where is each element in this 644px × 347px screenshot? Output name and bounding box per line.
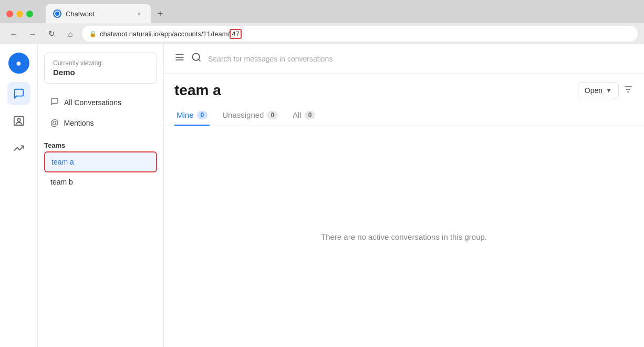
minimize-window-button[interactable]	[16, 11, 23, 17]
url-highlight: 47	[230, 29, 241, 39]
status-dropdown-label: Open	[585, 86, 603, 95]
filter-icon[interactable]	[623, 84, 633, 97]
nav-item-all-conversations[interactable]: All Conversations	[44, 92, 157, 113]
empty-state-message: There are no active conversations in thi…	[321, 232, 487, 241]
back-button[interactable]: ←	[6, 26, 21, 41]
sidebar-item-reports[interactable]	[7, 137, 30, 160]
dropdown-arrow-icon: ▼	[606, 87, 612, 94]
traffic-lights	[6, 11, 33, 17]
team-b-label: team b	[50, 178, 73, 186]
search-placeholder: Search for messages in conversations	[208, 55, 633, 63]
icon-sidebar: ●	[0, 44, 38, 347]
svg-point-1	[17, 118, 20, 121]
url-text: chatwoot.naturali.io/app/accounts/11/tea…	[100, 29, 630, 39]
header-controls: Open ▼	[578, 83, 633, 98]
lock-icon: 🔒	[89, 30, 97, 37]
currently-viewing-label: Currently viewing:	[53, 59, 148, 67]
tab-bar: Chatwoot × +	[46, 4, 638, 23]
logo-icon: ●	[16, 58, 22, 69]
address-bar[interactable]: 🔒 chatwoot.naturali.io/app/accounts/11/t…	[82, 26, 638, 42]
tab-close-button[interactable]: ×	[135, 9, 143, 18]
teams-section-title: Teams	[38, 137, 163, 151]
tabs-row: Mine 0 Unassigned 0 All 0	[164, 105, 644, 126]
nav-panel: Currently viewing: Demo All Conversation…	[38, 44, 164, 347]
status-dropdown[interactable]: Open ▼	[578, 83, 619, 98]
search-icon[interactable]	[191, 52, 202, 65]
nav-item-mentions[interactable]: @ Mentions	[44, 113, 157, 133]
tab-unassigned-label: Unassigned	[222, 110, 264, 119]
team-item-team-b[interactable]: team b	[44, 172, 157, 191]
page-title: team a	[174, 82, 221, 99]
tab-title: Chatwoot	[66, 10, 131, 18]
main-header: Search for messages in conversations	[164, 44, 644, 74]
fullscreen-window-button[interactable]	[26, 11, 33, 17]
url-prefix: chatwoot.naturali.io/app/accounts/11/tea…	[100, 30, 230, 38]
tab-mine-badge: 0	[197, 111, 208, 119]
forward-button[interactable]: →	[25, 26, 40, 41]
tab-mine[interactable]: Mine 0	[174, 105, 210, 126]
sidebar-item-conversations[interactable]	[7, 82, 30, 105]
main-content: Search for messages in conversations tea…	[164, 44, 644, 347]
home-button[interactable]: ⌂	[63, 26, 78, 41]
browser-nav-bar: ← → ↻ ⌂ 🔒 chatwoot.naturali.io/app/accou…	[0, 23, 644, 44]
mentions-icon: @	[50, 118, 59, 128]
tab-all-badge: 0	[305, 111, 316, 119]
teams-section: team a team b	[38, 151, 163, 191]
new-tab-button[interactable]: +	[153, 6, 168, 21]
close-window-button[interactable]	[6, 11, 13, 17]
nav-item-all-conversations-label: All Conversations	[64, 98, 121, 107]
tab-mine-label: Mine	[176, 110, 194, 119]
svg-point-5	[193, 54, 200, 60]
hamburger-icon[interactable]	[174, 52, 185, 65]
tab-favicon	[53, 9, 61, 18]
page-title-row: team a Open ▼	[174, 82, 633, 99]
team-a-label: team a	[51, 158, 74, 166]
page-header: team a Open ▼	[164, 74, 644, 105]
nav-section-main: All Conversations @ Mentions	[38, 92, 163, 133]
tab-unassigned-badge: 0	[267, 111, 278, 119]
app-logo: ●	[8, 53, 29, 74]
tab-unassigned[interactable]: Unassigned 0	[220, 105, 280, 126]
empty-state: There are no active conversations in thi…	[164, 126, 644, 347]
svg-line-6	[199, 59, 201, 62]
tab-all-label: All	[293, 110, 302, 119]
currently-viewing-box: Currently viewing: Demo	[44, 53, 157, 84]
team-item-team-a[interactable]: team a	[44, 151, 157, 172]
tab-all[interactable]: All 0	[290, 105, 317, 126]
refresh-button[interactable]: ↻	[44, 26, 59, 41]
sidebar-item-contacts[interactable]	[7, 109, 30, 132]
currently-viewing-value: Demo	[53, 68, 148, 77]
nav-item-mentions-label: Mentions	[64, 119, 94, 127]
active-tab[interactable]: Chatwoot ×	[46, 4, 151, 23]
all-conversations-icon	[50, 97, 59, 108]
